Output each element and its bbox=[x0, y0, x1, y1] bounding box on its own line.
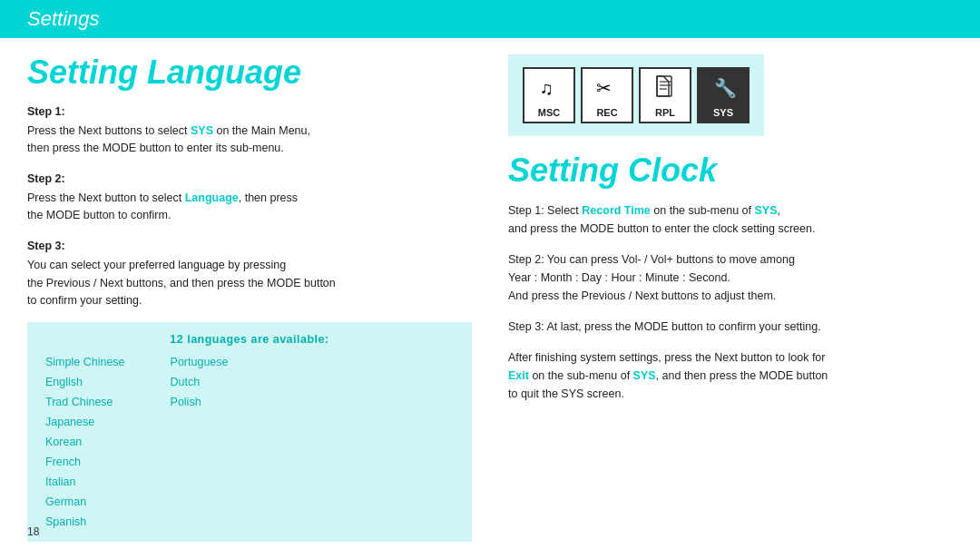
list-item: Simple Chinese bbox=[45, 353, 125, 371]
footer-note: After finishing system settings, press t… bbox=[508, 348, 953, 403]
right-column: ♫ MSC ✂ REC RPL bbox=[499, 54, 953, 542]
list-item: Trad Chinese bbox=[45, 393, 125, 411]
step-2-label: Step 2: bbox=[27, 171, 472, 188]
lang-columns: Simple Chinese English Trad Chinese Japa… bbox=[45, 353, 228, 531]
step-2-block: Step 2: Press the Next button to select … bbox=[27, 171, 472, 225]
icon-rec: ✂ REC bbox=[581, 67, 633, 123]
step-1-text: Press the Next buttons to select SYS on … bbox=[27, 123, 472, 158]
header-title: Settings bbox=[27, 7, 100, 31]
music-icon: ♫ bbox=[536, 74, 562, 100]
list-item: French bbox=[45, 453, 125, 471]
sys-highlight-2: SYS bbox=[754, 204, 777, 217]
document-icon bbox=[652, 74, 678, 100]
language-highlight: Language bbox=[185, 191, 239, 204]
exit-highlight: Exit bbox=[508, 369, 529, 382]
lang-col-2: Portuguese Dutch Polish bbox=[171, 353, 229, 531]
clock-step-3: Step 3: At last, press the MODE button t… bbox=[508, 318, 953, 336]
clock-step-1: Step 1: Select Record Time on the sub-me… bbox=[508, 201, 953, 238]
svg-marker-6 bbox=[657, 76, 669, 96]
svg-text:🔧: 🔧 bbox=[714, 77, 736, 99]
setting-language-title: Setting Language bbox=[27, 54, 472, 91]
lang-col-1: Simple Chinese English Trad Chinese Japa… bbox=[45, 353, 125, 531]
clock-steps: Step 1: Select Record Time on the sub-me… bbox=[508, 201, 953, 403]
language-box: 12 languages are available: Simple Chine… bbox=[27, 322, 472, 542]
icon-msc: ♫ MSC bbox=[523, 67, 575, 123]
sys-label: SYS bbox=[713, 107, 733, 118]
scissors-icon: ✂ bbox=[594, 74, 620, 100]
record-time-highlight: Record Time bbox=[582, 204, 651, 217]
list-item: Polish bbox=[171, 393, 229, 411]
lang-box-header: 12 languages are available: bbox=[45, 333, 454, 346]
list-item: English bbox=[45, 373, 125, 391]
list-item: Japanese bbox=[45, 413, 125, 431]
left-column: Setting Language Step 1: Press the Next … bbox=[27, 54, 472, 542]
list-item: Dutch bbox=[171, 373, 229, 391]
setting-clock-title: Setting Clock bbox=[508, 152, 953, 189]
svg-text:✂: ✂ bbox=[596, 78, 612, 98]
clock-step-2: Step 2: You can press Vol- / Vol+ button… bbox=[508, 250, 953, 305]
step-2-text: Press the Next button to select Language… bbox=[27, 190, 472, 225]
step-1-label: Step 1: bbox=[27, 103, 472, 121]
list-item: Korean bbox=[45, 433, 125, 451]
msc-label: MSC bbox=[538, 107, 560, 118]
icon-sys: 🔧 SYS bbox=[697, 67, 750, 123]
main-content: Setting Language Step 1: Press the Next … bbox=[0, 38, 980, 549]
icon-panel: ♫ MSC ✂ REC RPL bbox=[508, 54, 764, 136]
wrench-icon: 🔧 bbox=[710, 74, 736, 100]
rpl-label: RPL bbox=[655, 107, 675, 118]
step-1-block: Step 1: Press the Next buttons to select… bbox=[27, 103, 472, 158]
sys-highlight-3: SYS bbox=[633, 369, 656, 382]
page-number: 18 bbox=[27, 525, 39, 538]
header-bar: Settings bbox=[0, 0, 980, 38]
step-3-label: Step 3: bbox=[27, 238, 472, 255]
step-3-block: Step 3: You can select your preferred la… bbox=[27, 238, 472, 310]
svg-text:♫: ♫ bbox=[540, 78, 554, 98]
list-item: German bbox=[45, 493, 125, 511]
list-item: Italian bbox=[45, 473, 125, 491]
list-item: Portuguese bbox=[171, 353, 229, 371]
rec-label: REC bbox=[596, 107, 617, 118]
list-item: Spanish bbox=[45, 513, 125, 531]
sys-highlight: SYS bbox=[191, 124, 213, 137]
step-3-text: You can select your preferred language b… bbox=[27, 257, 472, 309]
icon-rpl: RPL bbox=[639, 67, 691, 123]
